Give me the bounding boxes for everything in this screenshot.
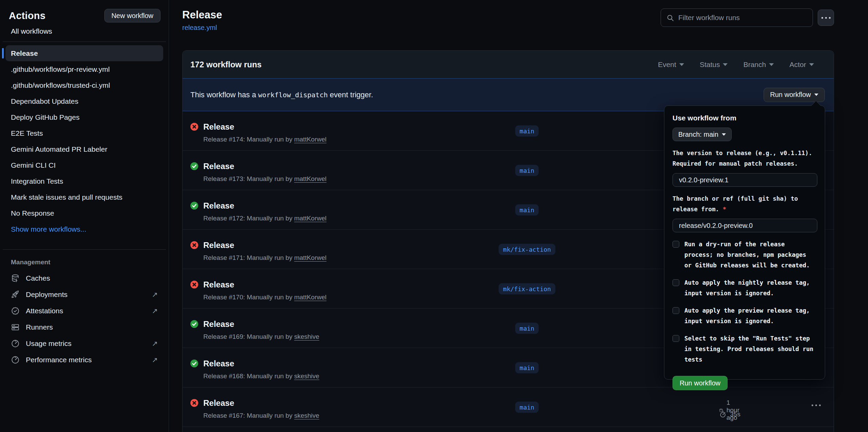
workflow-file-link[interactable]: release.yml (182, 24, 217, 32)
management-list: CachesDeployments↗Attestations↗RunnersUs… (0, 267, 169, 368)
filter-runs-searchbox[interactable] (661, 9, 813, 27)
filter-event[interactable]: Event (658, 61, 684, 69)
sidebar-item-workflow[interactable]: Integration Tests (5, 173, 163, 189)
version-field-description: The version to release (e.g., v0.1.11). … (673, 148, 817, 169)
sidebar-item-workflow[interactable]: Gemini Automated PR Labeler (5, 141, 163, 157)
checkbox[interactable] (673, 307, 679, 314)
sidebar-item-caches[interactable]: Caches (5, 270, 163, 286)
sidebar-item-workflow[interactable]: Mark stale issues and pull requests (5, 189, 163, 205)
workflow-list: Release.github/workflows/pr-review.yml.g… (0, 42, 169, 237)
checkbox-row: Run a dry-run of the release process; no… (673, 239, 817, 271)
branch-badge[interactable]: main (515, 125, 539, 136)
page-title: Release (182, 9, 222, 21)
branch-badge[interactable]: mk/fix-action (499, 283, 556, 294)
external-link-icon: ↗ (152, 356, 158, 364)
branch-badge[interactable]: main (515, 165, 539, 176)
run-title[interactable]: Release (203, 201, 234, 211)
branch-badge[interactable]: main (515, 204, 539, 215)
run-duration: 35s (730, 411, 741, 418)
sidebar-item-workflow[interactable]: E2E Tests (5, 125, 163, 141)
branch-badge[interactable]: mk/fix-action (499, 244, 556, 255)
sidebar-item-workflow[interactable]: .github/workflows/trusted-ci.yml (5, 77, 163, 93)
checkbox[interactable] (673, 241, 679, 248)
run-subtitle: Release #170: Manually run by mattKorwel (203, 294, 326, 301)
run-subtitle: Release #172: Manually run by mattKorwel (203, 215, 326, 222)
chevron-down-icon (722, 133, 726, 136)
actor-link[interactable]: mattKorwel (294, 294, 326, 301)
run-workflow-submit-button[interactable]: Run workflow (673, 376, 728, 390)
run-subtitle: Release #173: Manually run by mattKorwel (203, 175, 326, 183)
filter-branch[interactable]: Branch (743, 61, 774, 69)
dropdown-checkboxes: Run a dry-run of the release process; no… (673, 239, 817, 365)
run-status-icon (190, 162, 198, 170)
run-options-kebab-icon[interactable] (812, 404, 821, 406)
external-link-icon: ↗ (152, 307, 158, 315)
run-title[interactable]: Release (203, 162, 234, 171)
actor-link[interactable]: mattKorwel (294, 215, 326, 222)
use-workflow-from-label: Use workflow from (673, 114, 817, 122)
sidebar-item-usage-metrics[interactable]: Usage metrics↗ (5, 335, 163, 352)
chevron-down-icon (679, 63, 684, 66)
stopwatch-icon (719, 411, 727, 418)
banner-text: This workflow has a workflow_dispatch ev… (190, 90, 373, 99)
run-workflow-dropdown-button[interactable]: Run workflow (764, 88, 825, 102)
run-title[interactable]: Release (203, 319, 234, 329)
actor-link[interactable]: skeshive (294, 372, 319, 380)
workflow-run-row[interactable]: Release Release #167: Manually run by sk… (183, 387, 834, 427)
checkbox-row: Auto apply the preview release tag, inpu… (673, 305, 817, 327)
chevron-down-icon (723, 63, 728, 66)
ref-input[interactable] (673, 219, 817, 232)
run-title[interactable]: Release (203, 359, 234, 368)
sidebar-item-workflow[interactable]: No Response (5, 205, 163, 221)
run-time: 1 hour ago (727, 399, 743, 421)
branch-badge[interactable]: main (515, 322, 539, 334)
sidebar-item-performance-metrics[interactable]: Performance metrics↗ (5, 352, 163, 368)
filter-actor[interactable]: Actor (789, 61, 814, 69)
checkbox[interactable] (673, 279, 679, 286)
sidebar-item-attestations[interactable]: Attestations↗ (5, 303, 163, 319)
sidebar-item-runners[interactable]: Runners (5, 319, 163, 335)
meter-icon (11, 339, 20, 348)
actions-sidebar: Actions New workflow All workflows Relea… (0, 0, 169, 432)
actor-link[interactable]: mattKorwel (294, 136, 326, 143)
branch-badge[interactable]: main (515, 362, 539, 373)
chevron-down-icon (814, 94, 818, 96)
run-title[interactable]: Release (203, 280, 234, 289)
run-status-icon (190, 281, 198, 288)
branch-badge[interactable]: main (515, 401, 539, 413)
run-status-icon (190, 360, 198, 367)
run-title[interactable]: Release (203, 398, 234, 408)
run-workflow-dropdown-panel: Use workflow from Branch: main The versi… (664, 105, 825, 380)
sidebar-item-workflow[interactable]: Deploy GitHub Pages (5, 109, 163, 125)
actor-link[interactable]: skeshive (294, 333, 319, 340)
actor-link[interactable]: skeshive (294, 412, 319, 419)
checkbox-row: Select to skip the "Run Tests" step in t… (673, 333, 817, 365)
sidebar-item-deployments[interactable]: Deployments↗ (5, 286, 163, 303)
branch-selector-button[interactable]: Branch: main (673, 128, 732, 141)
actor-link[interactable]: mattKorwel (294, 175, 326, 182)
sidebar-show-more-link[interactable]: Show more workflows... (5, 221, 163, 237)
run-subtitle: Release #169: Manually run by skeshive (203, 333, 319, 340)
sidebar-title: Actions (9, 10, 46, 21)
chevron-down-icon (769, 63, 774, 66)
chevron-down-icon (809, 63, 814, 66)
filter-runs-input[interactable] (678, 14, 807, 22)
filter-status[interactable]: Status (700, 61, 728, 69)
run-status-icon (190, 202, 198, 210)
version-input[interactable] (673, 173, 817, 187)
server-icon (11, 323, 20, 332)
actor-link[interactable]: mattKorwel (294, 254, 326, 261)
sidebar-item-workflow[interactable]: .github/workflows/pr-review.yml (5, 61, 163, 77)
checkbox[interactable] (673, 335, 679, 342)
run-title[interactable]: Release (203, 240, 234, 250)
runs-count: 172 workflow runs (190, 60, 261, 69)
management-section-label: Management (0, 250, 169, 267)
run-subtitle: Release #171: Manually run by mattKorwel (203, 254, 326, 262)
workflow-options-button[interactable] (818, 10, 834, 26)
run-title[interactable]: Release (203, 122, 234, 132)
sidebar-item-workflow[interactable]: Dependabot Updates (5, 93, 163, 109)
sidebar-item-all-workflows[interactable]: All workflows (0, 22, 169, 41)
new-workflow-button[interactable]: New workflow (104, 9, 160, 22)
sidebar-item-workflow[interactable]: Gemini CLI CI (5, 157, 163, 173)
sidebar-item-workflow[interactable]: Release (5, 45, 163, 61)
